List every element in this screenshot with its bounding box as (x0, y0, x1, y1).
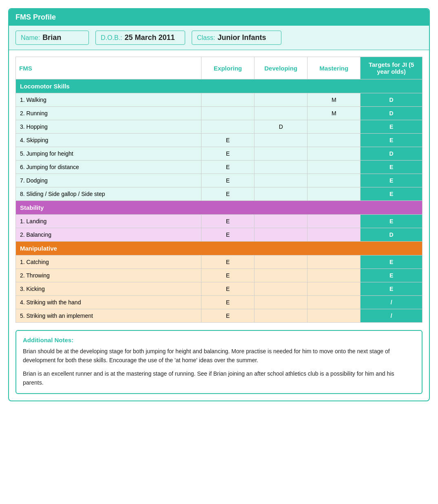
dob-value: 25 March 2011 (124, 33, 175, 42)
target-cell: D (361, 147, 423, 161)
mastering-cell (307, 161, 361, 174)
developing-cell (254, 147, 307, 161)
table-row: 3. KickingEE (16, 282, 423, 296)
developing-cell (254, 255, 307, 269)
developing-cell (254, 93, 307, 107)
developing-cell (254, 228, 307, 242)
developing-cell (254, 282, 307, 296)
exploring-cell (201, 120, 254, 134)
table-row: 5. Striking with an implementE/ (16, 309, 423, 323)
skill-cell: 3. Hopping (16, 120, 201, 134)
table-row: 5. Jumping for heightED (16, 147, 423, 161)
exploring-cell: E (201, 215, 254, 228)
developing-cell (254, 107, 307, 120)
table-row: 2. BalancingED (16, 228, 423, 242)
target-cell: E (361, 255, 423, 269)
notes-section: Additional Notes: Brian should be at the… (15, 330, 423, 394)
target-cell: E (361, 161, 423, 174)
target-cell: E (361, 269, 423, 282)
developing-cell (254, 309, 307, 323)
exploring-cell: E (201, 161, 254, 174)
col-header-targets: Targets for JI (5 year olds) (361, 57, 423, 79)
target-cell: / (361, 296, 423, 309)
table-row: 3. HoppingDE (16, 120, 423, 134)
developing-cell: D (254, 120, 307, 134)
target-cell: E (361, 215, 423, 228)
developing-cell (254, 174, 307, 187)
target-cell: E (361, 120, 423, 134)
col-header-developing: Developing (254, 57, 307, 79)
exploring-cell: E (201, 187, 254, 201)
skill-cell: 1. Walking (16, 93, 201, 107)
mastering-cell (307, 255, 361, 269)
name-value: Brian (42, 33, 61, 42)
dob-field: D.O.B.: 25 March 2011 (95, 31, 185, 45)
mastering-cell (307, 296, 361, 309)
mastering-cell (307, 282, 361, 296)
developing-cell (254, 161, 307, 174)
exploring-cell (201, 107, 254, 120)
exploring-cell: E (201, 255, 254, 269)
skill-cell: 2. Running (16, 107, 201, 120)
notes-text: Brian should be at the developing stage … (23, 347, 415, 387)
mastering-cell (307, 187, 361, 201)
mastering-cell (307, 134, 361, 147)
exploring-cell (201, 93, 254, 107)
info-row: Name: Brian D.O.B.: 25 March 2011 Class:… (9, 26, 429, 50)
skill-cell: 5. Jumping for height (16, 147, 201, 161)
mastering-cell (307, 120, 361, 134)
exploring-cell: E (201, 269, 254, 282)
target-cell: E (361, 282, 423, 296)
table-row: 6. Jumping for distanceEE (16, 161, 423, 174)
mastering-cell: M (307, 107, 361, 120)
skill-cell: 1. Catching (16, 255, 201, 269)
skill-cell: 1. Landing (16, 215, 201, 228)
exploring-cell: E (201, 296, 254, 309)
table-row: 1. WalkingMD (16, 93, 423, 107)
exploring-cell: E (201, 134, 254, 147)
fms-profile-container: FMS Profile Name: Brian D.O.B.: 25 March… (8, 8, 430, 401)
notes-paragraph-2: Brian is an excellent runner and is at t… (23, 369, 415, 387)
table-row: 7. DodgingEE (16, 174, 423, 187)
exploring-cell: E (201, 282, 254, 296)
skill-cell: 4. Striking with the hand (16, 296, 201, 309)
table-row: 2. ThrowingEE (16, 269, 423, 282)
class-field: Class: Junior Infants (192, 31, 281, 45)
name-label: Name: (21, 34, 40, 42)
target-cell: / (361, 309, 423, 323)
skill-cell: 7. Dodging (16, 174, 201, 187)
page-title: FMS Profile (15, 13, 56, 21)
header-bar: FMS Profile (9, 9, 429, 26)
target-cell: D (361, 107, 423, 120)
col-header-fms: FMS (16, 57, 201, 79)
skill-cell: 3. Kicking (16, 282, 201, 296)
dob-label: D.O.B.: (101, 34, 122, 42)
name-field: Name: Brian (15, 31, 89, 45)
section-header-stability: Stability (16, 201, 423, 215)
section-header-manipulative: Manipulative (16, 242, 423, 255)
skill-cell: 2. Balancing (16, 228, 201, 242)
class-value: Junior Infants (217, 33, 266, 42)
developing-cell (254, 187, 307, 201)
mastering-cell (307, 147, 361, 161)
table-header-row: FMS Exploring Developing Mastering Targe… (16, 57, 423, 79)
exploring-cell: E (201, 147, 254, 161)
exploring-cell: E (201, 228, 254, 242)
skill-cell: 2. Throwing (16, 269, 201, 282)
table-row: 4. SkippingEE (16, 134, 423, 147)
target-cell: D (361, 93, 423, 107)
table-row: 1. CatchingEE (16, 255, 423, 269)
target-cell: E (361, 187, 423, 201)
developing-cell (254, 269, 307, 282)
skill-cell: 8. Sliding / Side gallop / Side step (16, 187, 201, 201)
exploring-cell: E (201, 309, 254, 323)
content-area: FMS Exploring Developing Mastering Targe… (9, 50, 429, 401)
mastering-cell (307, 215, 361, 228)
mastering-cell: M (307, 93, 361, 107)
developing-cell (254, 215, 307, 228)
col-header-exploring: Exploring (201, 57, 254, 79)
skill-cell: 6. Jumping for distance (16, 161, 201, 174)
exploring-cell: E (201, 174, 254, 187)
mastering-cell (307, 174, 361, 187)
target-cell: E (361, 174, 423, 187)
